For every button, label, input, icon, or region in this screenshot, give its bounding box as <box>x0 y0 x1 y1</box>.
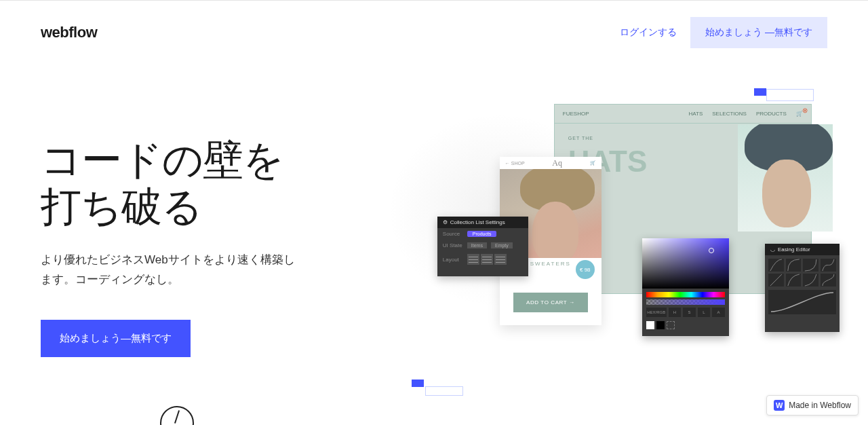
row-label: Layout <box>443 257 463 263</box>
mock-easing-panel: ◡Easing Editor <box>765 244 840 332</box>
hue-slider <box>646 292 725 297</box>
partner-logo-peek <box>160 406 194 425</box>
wireframe-outline <box>766 89 814 101</box>
mock-color-picker: HEX/RGB H S L A <box>642 238 729 336</box>
mock-price-badge: € 98 <box>576 260 595 279</box>
row-label: UI State <box>443 242 463 248</box>
a-input: A <box>712 308 725 317</box>
back-link: ← SHOP <box>505 161 525 166</box>
site-header: webflow ログインする 始めましょう —無料です <box>0 1 868 48</box>
hero-title: コードの壁を 打ち破る <box>41 136 418 230</box>
gear-icon: ⚙ <box>443 219 448 225</box>
mock-site-logo: FUESHOP <box>563 111 589 117</box>
add-swatch-icon <box>667 321 675 329</box>
source-pill: Products <box>467 231 497 237</box>
hero-title-line1: コードの壁を <box>41 137 283 183</box>
l-input: L <box>698 308 711 317</box>
alpha-slider <box>646 299 725 305</box>
logo[interactable]: webflow <box>41 24 97 41</box>
mock-nav-item: PRODUCTS <box>756 111 787 117</box>
wireframe-outline <box>425 386 463 396</box>
badge-label: Made in Webflow <box>789 401 851 410</box>
wireframe-badge <box>754 88 766 96</box>
webflow-w-icon: W <box>774 400 785 411</box>
mock-browser-topbar: FUESHOP HATS SELECTIONS PRODUCTS 🛒 <box>555 105 811 124</box>
cart-icon: 🛒 <box>590 160 596 166</box>
hero-copy: コードの壁を 打ち破る より優れたビジネスWebサイトをより速く構築します。コー… <box>41 89 418 388</box>
mock-settings-panel: ⚙Collection List Settings SourceProducts… <box>437 217 528 276</box>
mock-nav-item: SELECTIONS <box>712 111 747 117</box>
hero-cta-button[interactable]: 始めましょう—無料です <box>41 320 191 357</box>
s-input: S <box>683 308 696 317</box>
header-cta-button[interactable]: 始めましょう —無料です <box>690 17 827 48</box>
swatch <box>646 321 654 329</box>
close-icon: ⊗ <box>802 107 809 113</box>
state-pill: Items <box>467 242 487 248</box>
mock-add-cart-button: ADD TO CART → <box>513 293 588 312</box>
panel-title: Easing Editor <box>778 246 810 253</box>
easing-preview <box>768 290 836 314</box>
row-label: Source <box>443 231 463 237</box>
curve-icon: ◡ <box>770 246 775 253</box>
login-link[interactable]: ログインする <box>620 26 677 39</box>
mock-eyebrow: GET THE <box>568 136 648 141</box>
wireframe-badge <box>412 380 424 387</box>
hex-input: HEX/RGB <box>646 308 667 317</box>
swatch <box>656 321 665 329</box>
h-input: H <box>669 308 682 317</box>
panel-title: Collection List Settings <box>450 219 505 225</box>
header-actions: ログインする 始めましょう —無料です <box>620 17 827 48</box>
hero-illustration: ⊗ FUESHOP HATS SELECTIONS PRODUCTS 🛒 GET… <box>418 89 827 388</box>
hero-subtitle: より優れたビジネスWebサイトをより速く構築します。コーディングなし。 <box>41 251 298 290</box>
mock-product-photo <box>738 124 833 232</box>
state-pill: Empty <box>491 242 513 248</box>
mock-nav-item: HATS <box>688 111 703 117</box>
hero-section: コードの壁を 打ち破る より優れたビジネスWebサイトをより速く構築します。コー… <box>0 48 868 388</box>
hero-title-line2: 打ち破る <box>41 184 202 229</box>
picker-handle-icon <box>709 248 714 253</box>
signature-icon: Aq <box>552 158 562 168</box>
made-in-webflow-badge[interactable]: W Made in Webflow <box>766 395 859 415</box>
